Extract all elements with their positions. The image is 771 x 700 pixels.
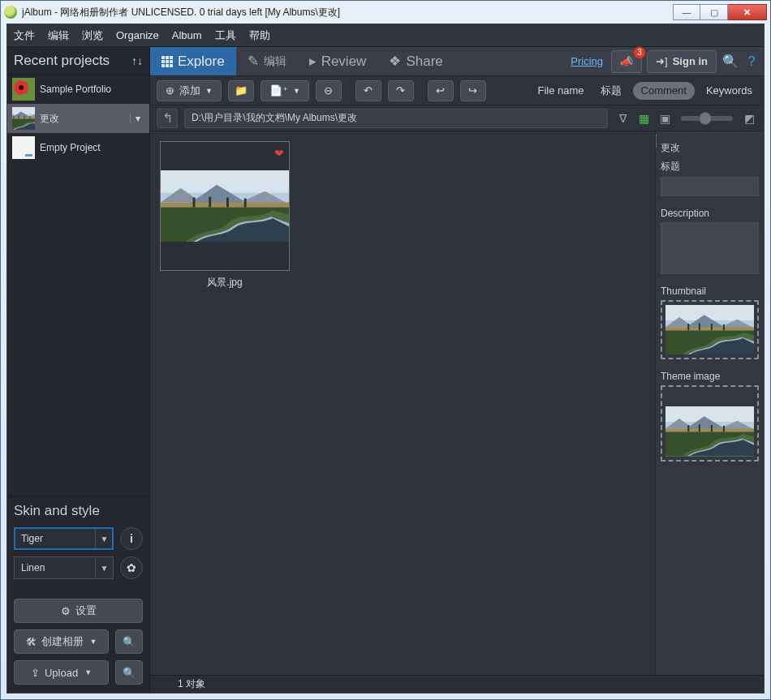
signin-button[interactable]: ➜] Sign in <box>647 50 717 73</box>
close-button[interactable]: ✕ <box>728 4 767 20</box>
settings-button[interactable]: ⚙ 设置 <box>14 599 143 623</box>
prop-description-input[interactable] <box>661 222 759 274</box>
svg-rect-15 <box>166 56 169 59</box>
upload-preview-button[interactable]: 🔍 <box>115 660 143 685</box>
filter-icon[interactable]: ∇ <box>614 110 631 127</box>
tab-share[interactable]: ❖ Share <box>377 47 454 75</box>
upload-label: Upload <box>45 667 78 679</box>
svg-rect-18 <box>166 60 169 63</box>
notifications-button[interactable]: 📣 3 <box>611 50 642 73</box>
chevron-down-icon: ▼ <box>293 87 300 95</box>
build-preview-button[interactable]: 🔍 <box>115 629 143 654</box>
thumb-zoom-slider[interactable] <box>681 116 733 121</box>
collapse-panel-icon[interactable]: ◀◀ <box>655 133 656 148</box>
style-settings-button[interactable]: ✿ <box>120 556 143 579</box>
style-select-value: Linen <box>21 562 45 573</box>
skin-select[interactable]: Tiger ▼ <box>14 527 114 550</box>
toolbar: ⊕ 添加 ▼ 📁 📄⁺▼ ⊖ ↶ ↷ ↩ ↪ File name 标题 <box>150 76 764 105</box>
thumbnail-preview <box>665 305 754 354</box>
svg-rect-16 <box>170 56 173 59</box>
svg-rect-21 <box>166 64 169 67</box>
prop-title-input[interactable] <box>661 177 759 196</box>
menu-edit[interactable]: 编辑 <box>48 28 69 43</box>
project-thumb-icon <box>12 78 35 101</box>
project-sample-portfolio[interactable]: Sample Portfolio <box>7 75 149 104</box>
gallery[interactable]: ❤ 风景.jpg <box>150 131 655 675</box>
statusbar: 1 对象 <box>150 675 764 693</box>
prop-title-label: 标题 <box>661 160 759 174</box>
status-text: 1 对象 <box>178 677 205 691</box>
menu-organize[interactable]: Organize <box>116 29 159 41</box>
upload-button[interactable]: ⇪ Upload ▼ <box>14 660 109 685</box>
undo-icon: ↩ <box>436 84 445 97</box>
folder-plus-icon: 📁 <box>235 84 248 97</box>
slider-knob[interactable] <box>699 112 712 125</box>
new-folder-button[interactable]: 📁 <box>228 80 254 101</box>
col-comment[interactable]: Comment <box>633 82 695 100</box>
rotate-right-icon: ↷ <box>396 84 405 97</box>
sort-icon[interactable]: ↑↓ <box>131 54 143 67</box>
help-icon[interactable]: ? <box>743 54 760 69</box>
menu-browse[interactable]: 浏览 <box>82 28 103 43</box>
menubar: 文件 编辑 浏览 Organize Album 工具 帮助 <box>7 24 764 47</box>
col-title[interactable]: 标题 <box>596 84 627 98</box>
tab-review[interactable]: ▸ Review <box>298 47 378 75</box>
plus-icon: ⊕ <box>166 84 174 97</box>
chevron-down-icon: ▼ <box>84 668 92 676</box>
project-dropdown-icon[interactable]: ▾ <box>130 113 144 124</box>
window-frame: jAlbum - 网络相册制作者 UNLICENSED. 0 trial day… <box>0 0 771 700</box>
build-label: 创建相册 <box>41 634 84 649</box>
order-icon[interactable]: ▣ <box>657 110 673 127</box>
remove-button[interactable]: ⊖ <box>316 80 342 101</box>
skin-style-header: Skin and style <box>14 503 143 519</box>
menu-file[interactable]: 文件 <box>14 28 35 43</box>
col-keywords[interactable]: Keywords <box>701 84 757 97</box>
style-select[interactable]: Linen ▼ <box>14 556 114 579</box>
thumbnail-filename: 风景.jpg <box>160 276 290 290</box>
build-album-button[interactable]: 🛠 创建相册 ▼ <box>14 629 109 654</box>
pencil-icon: ✎ <box>248 53 259 70</box>
undo-button[interactable]: ↩ <box>428 80 454 101</box>
tab-edit[interactable]: ✎ 编辑 <box>236 47 298 75</box>
user-icon[interactable]: ◩ <box>741 110 757 127</box>
add-label: 添加 <box>179 84 200 98</box>
up-arrow-icon: ↰ <box>162 110 173 126</box>
pricing-link[interactable]: Pricing <box>571 55 603 67</box>
add-button[interactable]: ⊕ 添加 ▼ <box>157 80 222 101</box>
thumbnail-card[interactable]: ❤ 风景.jpg <box>160 141 290 290</box>
menu-album[interactable]: Album <box>172 29 202 41</box>
titlebar[interactable]: jAlbum - 网络相册制作者 UNLICENSED. 0 trial day… <box>1 1 770 24</box>
new-page-button[interactable]: 📄⁺▼ <box>261 80 309 101</box>
minimize-button[interactable]: — <box>673 4 700 20</box>
path-input[interactable]: D:\用户目录\我的文档\My Albums\更改 <box>184 109 608 128</box>
theme-dropzone[interactable] <box>661 385 759 461</box>
menu-tools[interactable]: 工具 <box>215 28 236 43</box>
col-filename[interactable]: File name <box>532 84 588 97</box>
tab-edit-label: 编辑 <box>264 54 286 69</box>
project-thumb-icon <box>12 136 35 159</box>
menu-help[interactable]: 帮助 <box>249 28 270 43</box>
properties-panel: ◀◀ 更改 标题 Description Thumbnail Theme ima… <box>655 131 764 675</box>
up-folder-button[interactable]: ↰ <box>157 109 178 128</box>
thumbnail-dropzone[interactable] <box>661 300 759 359</box>
tab-share-label: Share <box>406 54 442 70</box>
minus-icon: ⊖ <box>324 84 333 97</box>
rotate-right-button[interactable]: ↷ <box>388 80 414 101</box>
redo-button[interactable]: ↪ <box>460 80 486 101</box>
project-genggai[interactable]: 更改 ▾ <box>7 104 149 133</box>
rotate-left-button[interactable]: ↶ <box>355 80 381 101</box>
thumbnail-image[interactable]: ❤ <box>160 141 290 271</box>
image-preview <box>161 170 289 243</box>
sync-icon[interactable]: ▦ <box>635 110 652 127</box>
skin-and-style-panel: Skin and style Tiger ▼ i Linen ▼ ✿ <box>7 496 149 595</box>
wrench-icon: 🛠 <box>26 636 37 648</box>
favorite-icon[interactable]: ❤ <box>274 147 284 160</box>
project-empty[interactable]: Empty Project <box>7 133 149 162</box>
svg-rect-22 <box>170 64 173 67</box>
search-icon[interactable]: 🔍 <box>721 54 739 69</box>
project-label: Sample Portfolio <box>40 84 144 95</box>
page-plus-icon: 📄⁺ <box>269 84 288 97</box>
skin-info-button[interactable]: i <box>120 527 143 550</box>
maximize-button[interactable]: ▢ <box>700 4 728 20</box>
tab-explore[interactable]: Explore <box>150 47 236 75</box>
